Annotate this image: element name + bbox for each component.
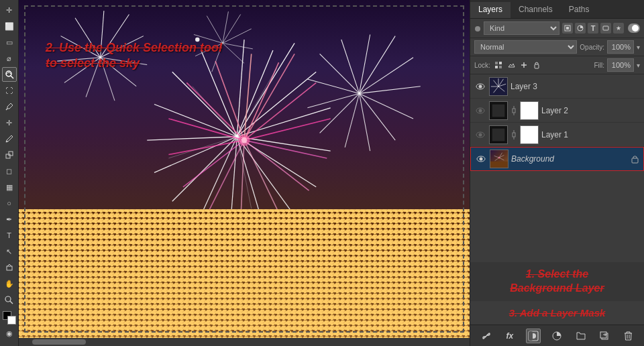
layer-item-layer3[interactable]: Layer 3 [470, 74, 644, 99]
tool-brush[interactable] [2, 131, 17, 146]
toolbar: ✛ ⬜ ▭ ⌀ ⛶ ✛ ◻ ▦ ○ ✒ T ↖ [0, 0, 19, 346]
tool-select-rect[interactable]: ▭ [2, 35, 17, 50]
filter-toggle[interactable] [628, 23, 640, 33]
tool-eyedropper[interactable] [2, 99, 17, 114]
lock-transparent-pixels[interactable] [493, 60, 504, 70]
tab-layers[interactable]: Layers [470, 2, 511, 18]
tool-gradient[interactable]: ▦ [2, 180, 17, 194]
group-layers-button[interactable] [574, 329, 588, 343]
filter-icon-pixel[interactable] [562, 23, 573, 34]
panel-tabs: Layers Channels Paths [470, 0, 644, 19]
lock-position[interactable] [519, 60, 529, 70]
svg-line-22 [223, 43, 253, 49]
layer-item-background[interactable]: Background [470, 147, 644, 171]
panel-bottom-buttons: fx [470, 325, 644, 346]
canvas-instruction-1: 2. Use the Quick Selection tool to selec… [46, 40, 222, 72]
layer1-visibility[interactable] [474, 129, 486, 141]
svg-line-38 [172, 137, 237, 202]
svg-point-94 [479, 84, 482, 88]
layer1-thumbnail [489, 125, 508, 144]
lock-image-pixels[interactable] [506, 60, 517, 70]
svg-line-23 [223, 43, 244, 63]
tool-heal[interactable]: ✛ [2, 115, 17, 130]
opacity-arrow: ▾ [637, 44, 640, 51]
new-fill-adjustment-button[interactable] [549, 329, 564, 343]
svg-line-77 [193, 86, 237, 137]
layer2-visibility[interactable] [474, 105, 486, 117]
svg-rect-85 [603, 26, 608, 30]
svg-line-67 [360, 93, 396, 140]
svg-rect-114 [513, 133, 515, 137]
background-visibility[interactable] [475, 153, 487, 165]
svg-line-1 [11, 76, 13, 78]
create-new-layer-button[interactable] [597, 329, 612, 343]
fill-arrow: ▾ [637, 62, 640, 69]
instruction-select-bg: 1. Select the Background Layer [470, 262, 644, 301]
svg-rect-127 [632, 158, 638, 163]
svg-rect-126 [490, 162, 508, 168]
tool-zoom[interactable] [2, 292, 17, 307]
tool-move[interactable]: ✛ [2, 3, 17, 17]
svg-line-8 [10, 301, 13, 304]
filter-icon-shape[interactable] [600, 23, 611, 34]
svg-rect-113 [492, 128, 505, 141]
filter-icon-type[interactable]: T [588, 23, 598, 34]
tab-channels[interactable]: Channels [511, 2, 561, 18]
tab-paths[interactable]: Paths [561, 2, 598, 18]
filter-icon-smart[interactable]: ★ [613, 23, 624, 34]
canvas-image[interactable]: 2. Use the Quick Selection tool to selec… [19, 0, 470, 338]
tool-dodge[interactable]: ○ [2, 196, 17, 211]
svg-point-118 [480, 158, 483, 161]
canvas-area: 2. Use the Quick Selection tool to selec… [19, 0, 470, 346]
svg-line-68 [360, 93, 370, 151]
layer2-link[interactable] [511, 105, 517, 117]
lock-label: Lock: [474, 62, 490, 69]
layer1-link[interactable] [511, 129, 517, 141]
add-layer-style-button[interactable]: fx [502, 329, 517, 343]
tool-lasso[interactable]: ⌀ [2, 51, 17, 66]
blend-mode-select[interactable]: Normal Dissolve Multiply Screen Overlay [474, 40, 577, 54]
delete-layer-button[interactable] [621, 329, 635, 343]
fg-bg-colors[interactable] [3, 311, 16, 325]
filter-type-select[interactable]: Kind Name Effect Mode Attribute [484, 21, 559, 35]
tool-eraser[interactable]: ◻ [2, 164, 17, 178]
svg-line-42 [172, 72, 237, 137]
tool-quick-select[interactable] [2, 67, 17, 82]
canvas-scrollbar[interactable] [19, 338, 470, 346]
svg-point-3 [6, 141, 7, 142]
svg-point-111 [479, 133, 482, 136]
layer-item-layer2[interactable]: Layer 2 [470, 99, 644, 123]
canvas-scrollbar-thumb[interactable] [32, 339, 86, 345]
background-name: Background [511, 154, 627, 164]
fill-input[interactable] [607, 58, 634, 72]
tool-pen[interactable]: ✒ [2, 212, 17, 227]
layer2-thumbnail [489, 101, 508, 120]
svg-line-40 [147, 137, 237, 140]
lock-all[interactable] [531, 60, 542, 70]
tool-clone[interactable] [2, 148, 17, 162]
tool-crop[interactable]: ⛶ [2, 83, 17, 98]
tool-type[interactable]: T [2, 228, 17, 243]
svg-point-104 [479, 109, 482, 112]
svg-rect-106 [492, 104, 505, 117]
tool-path-select[interactable]: ↖ [2, 244, 17, 259]
svg-line-73 [320, 54, 360, 93]
blend-mode-bar: Normal Dissolve Multiply Screen Overlay … [470, 38, 644, 56]
opacity-input[interactable] [607, 40, 634, 54]
svg-rect-89 [499, 66, 502, 68]
svg-line-53 [208, 140, 244, 212]
tool-quick-mask[interactable]: ◉ [2, 326, 17, 341]
add-layer-mask-button[interactable] [526, 329, 541, 343]
layer2-mask [520, 101, 539, 120]
link-layers-button[interactable] [479, 329, 494, 343]
background-thumbnail [490, 150, 508, 168]
svg-line-69 [345, 93, 359, 147]
tool-artboard[interactable]: ⬜ [2, 19, 17, 34]
layer-item-layer1[interactable]: Layer 1 [470, 123, 644, 147]
filter-icon-adjustment[interactable] [575, 23, 586, 34]
layers-panel: Layers Channels Paths Kind Name Effect M… [470, 0, 644, 346]
tool-shape[interactable] [2, 260, 17, 275]
tool-hand[interactable]: ✋ [2, 276, 17, 291]
tool-screen-mode[interactable]: ▭ [2, 342, 17, 346]
layer3-visibility[interactable] [474, 80, 486, 93]
